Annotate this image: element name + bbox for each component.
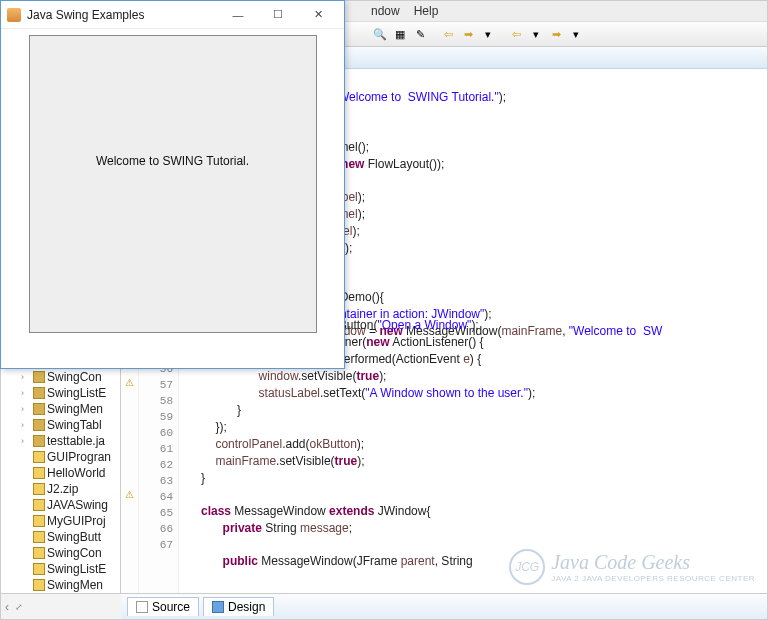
- chevron-right-icon: ›: [21, 436, 31, 446]
- chevron-left-icon[interactable]: ‹: [5, 600, 9, 614]
- tree-item[interactable]: SwingCon: [1, 545, 120, 561]
- swing-label: Welcome to SWING Tutorial.: [96, 154, 249, 168]
- zip-file-icon: [33, 451, 45, 463]
- zip-file-icon: [33, 531, 45, 543]
- tree-item-label: SwingMen: [47, 402, 103, 416]
- zip-file-icon: [33, 499, 45, 511]
- zip-file-icon: [33, 547, 45, 559]
- tree-item[interactable]: J2.zip: [1, 481, 120, 497]
- zip-file-icon: [33, 579, 45, 591]
- tree-item[interactable]: SwingListE: [1, 561, 120, 577]
- tree-item-label: SwingButt: [47, 530, 101, 544]
- titlebar[interactable]: Java Swing Examples — ☐ ✕: [1, 1, 344, 29]
- tree-item-label: SwingMen: [47, 578, 103, 592]
- tab-source-label: Source: [152, 600, 190, 614]
- zip-file-icon: [33, 467, 45, 479]
- tab-design[interactable]: Design: [203, 597, 274, 616]
- chevron-right-icon: ›: [21, 420, 31, 430]
- menu-window[interactable]: ndow: [371, 4, 400, 18]
- tree-item-label: SwingCon: [47, 546, 102, 560]
- bottom-tabs: Source Design: [121, 593, 767, 619]
- tree-item-label: J2.zip: [47, 482, 78, 496]
- tree-item[interactable]: JAVASwing: [1, 497, 120, 513]
- toolbar-btn[interactable]: ▾: [479, 25, 497, 43]
- window-title: Java Swing Examples: [27, 8, 218, 22]
- toolbar-btn[interactable]: ➡: [459, 25, 477, 43]
- toolbar-btn[interactable]: 🔍: [371, 25, 389, 43]
- tree-item[interactable]: SwingButt: [1, 529, 120, 545]
- source-icon: [136, 601, 148, 613]
- tree-item-label: MyGUIProj: [47, 514, 106, 528]
- design-icon: [212, 601, 224, 613]
- java-file-icon: [33, 435, 45, 447]
- tree-item[interactable]: MyGUIProj: [1, 513, 120, 529]
- java-file-icon: [33, 371, 45, 383]
- tree-item[interactable]: HelloWorld: [1, 465, 120, 481]
- toolbar-btn[interactable]: ⇦: [439, 25, 457, 43]
- close-button[interactable]: ✕: [298, 3, 338, 27]
- toolbar-btn[interactable]: ▾: [567, 25, 585, 43]
- minimize-button[interactable]: —: [218, 3, 258, 27]
- zip-file-icon: [33, 483, 45, 495]
- tree-item[interactable]: ›SwingTabl: [1, 417, 120, 433]
- toolbar-btn[interactable]: ⇦: [507, 25, 525, 43]
- zip-file-icon: [33, 563, 45, 575]
- tree-item-label: SwingTabl: [47, 418, 102, 432]
- toolbar-btn[interactable]: ▦: [391, 25, 409, 43]
- toolbar-btn[interactable]: ▾: [527, 25, 545, 43]
- swing-panel: Welcome to SWING Tutorial.: [29, 35, 317, 333]
- tab-source[interactable]: Source: [127, 597, 199, 616]
- tree-item[interactable]: SwingMen: [1, 577, 120, 593]
- chevron-right-icon: ›: [21, 404, 31, 414]
- chevron-right-icon: ›: [21, 372, 31, 382]
- expand-icon[interactable]: ⤢: [15, 602, 23, 612]
- java-file-icon: [33, 387, 45, 399]
- tree-item-label: SwingCon: [47, 370, 102, 384]
- swing-body: Welcome to SWING Tutorial.: [25, 35, 320, 344]
- toolbar-btn[interactable]: ➡: [547, 25, 565, 43]
- zip-file-icon: [33, 515, 45, 527]
- tab-design-label: Design: [228, 600, 265, 614]
- java-file-icon: [33, 419, 45, 431]
- maximize-button[interactable]: ☐: [258, 3, 298, 27]
- menu-help[interactable]: Help: [414, 4, 439, 18]
- warning-icon: ⚠: [123, 489, 135, 501]
- tree-item[interactable]: GUIProgran: [1, 449, 120, 465]
- tree-item[interactable]: ›SwingListE: [1, 385, 120, 401]
- tree-item-label: SwingListE: [47, 562, 106, 576]
- tree-item-label: HelloWorld: [47, 466, 105, 480]
- java-file-icon: [33, 403, 45, 415]
- tree-item-label: testtable.ja: [47, 434, 105, 448]
- bottom-left-controls: ‹ ⤢: [1, 593, 121, 619]
- toolbar-btn[interactable]: ✎: [411, 25, 429, 43]
- java-icon: [7, 8, 21, 22]
- tree-item-label: SwingListE: [47, 386, 106, 400]
- tree-item-label: GUIProgran: [47, 450, 111, 464]
- warning-icon: ⚠: [123, 377, 135, 389]
- tree-item[interactable]: ›SwingMen: [1, 401, 120, 417]
- tree-item[interactable]: ›testtable.ja: [1, 433, 120, 449]
- tree-item-label: JAVASwing: [47, 498, 108, 512]
- swing-window: Java Swing Examples — ☐ ✕ Welcome to SWI…: [0, 0, 345, 369]
- tree-item[interactable]: ›SwingCon: [1, 369, 120, 385]
- chevron-right-icon: ›: [21, 388, 31, 398]
